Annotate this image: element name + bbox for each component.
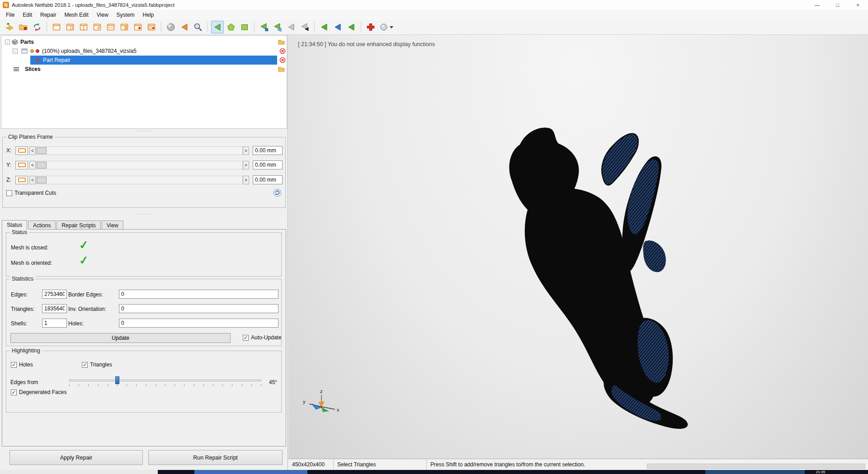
splitter-handle[interactable]: ········ bbox=[0, 212, 288, 218]
tree-row-slices[interactable]: Slices bbox=[1, 65, 287, 74]
menu-repair[interactable]: Repair bbox=[36, 10, 60, 19]
clip-plane-icon bbox=[18, 178, 26, 182]
close-button[interactable]: × bbox=[848, 0, 868, 10]
clip-x-step-left-button[interactable]: < bbox=[29, 146, 36, 155]
clip-y-slider[interactable] bbox=[36, 161, 243, 169]
run-repair-script-button[interactable]: Run Repair Script bbox=[148, 450, 283, 465]
tab-status[interactable]: Status bbox=[2, 220, 27, 230]
expand-selection-button[interactable] bbox=[318, 21, 330, 33]
workspace-5-button[interactable] bbox=[104, 21, 117, 33]
degenerated-faces-checkbox[interactable]: ✓ Degenerated Faces bbox=[11, 389, 66, 395]
clip-x-step-right-button[interactable]: > bbox=[243, 146, 249, 155]
update-button[interactable]: Update bbox=[10, 333, 231, 343]
holes-input[interactable] bbox=[119, 319, 278, 328]
open-project-button[interactable] bbox=[17, 21, 30, 33]
zoom-button[interactable] bbox=[192, 21, 204, 33]
status-group: Status Mesh is closed: ✓ Mesh is oriente… bbox=[6, 232, 282, 277]
menu-file[interactable]: File bbox=[2, 10, 19, 19]
workspace-8-button[interactable] bbox=[145, 21, 158, 33]
viewport-canvas[interactable]: [ 21:34:50 ] You do not use enhanced dis… bbox=[288, 35, 868, 459]
triangles-input[interactable] bbox=[42, 304, 67, 313]
reset-clip-button[interactable] bbox=[273, 188, 282, 197]
border-edges-input[interactable] bbox=[119, 290, 278, 299]
select-surface-button[interactable] bbox=[271, 21, 284, 33]
shells-input[interactable] bbox=[42, 319, 67, 328]
auto-update-checkbox[interactable]: ✓ Auto-Update bbox=[243, 334, 281, 341]
slider-thumb[interactable] bbox=[115, 376, 119, 384]
clip-z-plane-button[interactable] bbox=[15, 176, 28, 184]
clip-x-plane-button[interactable] bbox=[15, 146, 28, 155]
clip-x-slider[interactable] bbox=[36, 146, 243, 155]
viewport-3d[interactable]: [ 21:34:50 ] You do not use enhanced dis… bbox=[288, 35, 868, 470]
tree-row-part-repair[interactable]: Part Repair ✓ bbox=[1, 56, 287, 65]
repair-spark-icon bbox=[35, 57, 40, 63]
clip-y-plane-button[interactable] bbox=[15, 161, 28, 169]
select-rectangle-button[interactable] bbox=[238, 21, 251, 33]
workspace-1-button[interactable] bbox=[50, 21, 63, 33]
horizontal-scrollbar[interactable] bbox=[647, 464, 865, 469]
workspace-2-button[interactable] bbox=[64, 21, 76, 33]
maximize-button[interactable]: □ bbox=[827, 0, 848, 10]
holes-checkbox[interactable]: ✓ Holes bbox=[11, 361, 33, 368]
clip-z-value-input[interactable] bbox=[253, 175, 283, 184]
default-mode-button[interactable] bbox=[178, 21, 191, 33]
edges-angle-slider[interactable] bbox=[69, 376, 261, 386]
select-add-button[interactable] bbox=[258, 21, 270, 33]
folder-icon[interactable] bbox=[278, 39, 285, 45]
workspace-4-button[interactable] bbox=[91, 21, 104, 33]
checkbox-check-icon: ✓ bbox=[12, 362, 16, 367]
clip-z-step-left-button[interactable]: < bbox=[29, 176, 36, 184]
taskbar-tray-segment[interactable] bbox=[705, 470, 805, 474]
remove-part-icon[interactable] bbox=[279, 48, 286, 54]
clip-x-slider-thumb[interactable] bbox=[37, 147, 47, 154]
slider-track bbox=[69, 380, 261, 381]
clip-y-step-right-button[interactable]: > bbox=[243, 161, 249, 169]
tab-view[interactable]: View bbox=[102, 221, 123, 230]
menu-view[interactable]: View bbox=[93, 10, 113, 19]
windows-taskbar[interactable]: 21:35 bbox=[0, 470, 868, 474]
clip-planes-group: Clip Planes Frame X: < > Y: < > Z: < bbox=[2, 137, 286, 208]
folder-icon[interactable] bbox=[278, 66, 285, 72]
expander-icon[interactable]: - bbox=[13, 49, 18, 54]
select-triangles-button[interactable] bbox=[211, 21, 224, 33]
clip-x-value-input[interactable] bbox=[253, 146, 283, 155]
shrink-selection-button[interactable] bbox=[345, 21, 358, 33]
remove-repair-icon[interactable] bbox=[279, 57, 286, 63]
taskbar-app-segment[interactable] bbox=[194, 470, 307, 474]
workspace-3-button[interactable] bbox=[77, 21, 90, 33]
menu-system[interactable]: System bbox=[113, 10, 139, 19]
expander-icon[interactable]: - bbox=[5, 40, 10, 45]
repair-part-button[interactable] bbox=[364, 21, 377, 33]
clip-y-value-input[interactable] bbox=[253, 160, 283, 169]
inv-orientation-input[interactable] bbox=[119, 304, 278, 313]
triangles-checkbox[interactable]: ✓ Triangles bbox=[82, 361, 112, 368]
menu-mesh-edit[interactable]: Mesh Edit bbox=[60, 10, 92, 19]
deselect-button[interactable] bbox=[285, 21, 297, 33]
model-vizsla-mesh[interactable] bbox=[506, 127, 692, 429]
refresh-parts-button[interactable] bbox=[31, 21, 43, 33]
clip-y-slider-thumb[interactable] bbox=[37, 162, 47, 169]
minimize-button[interactable]: — bbox=[807, 0, 827, 10]
tab-repair-scripts[interactable]: Repair Scripts bbox=[57, 221, 100, 230]
tree-row-part[interactable]: - (100%) uploads_files_3487824_vizsla5 bbox=[1, 47, 287, 56]
display-mode-dropdown[interactable] bbox=[378, 21, 396, 33]
workspace-6-button[interactable] bbox=[118, 21, 131, 33]
clip-z-slider-thumb[interactable] bbox=[37, 177, 47, 183]
clip-y-step-left-button[interactable]: < bbox=[29, 161, 36, 169]
select-polygon-button[interactable] bbox=[225, 21, 237, 33]
clip-z-step-right-button[interactable]: > bbox=[243, 176, 249, 184]
tree-row-parts[interactable]: - Parts bbox=[1, 38, 287, 47]
edges-input[interactable] bbox=[42, 290, 67, 299]
tab-actions[interactable]: Actions bbox=[28, 221, 56, 230]
apply-repair-button[interactable]: Apply Repair bbox=[9, 450, 143, 465]
sphere-view-button[interactable] bbox=[165, 21, 177, 33]
add-part-button[interactable] bbox=[4, 21, 16, 33]
select-connected-button[interactable] bbox=[331, 21, 344, 33]
transparent-cuts-checkbox[interactable]: Transparent Cuts bbox=[6, 190, 56, 196]
menu-edit[interactable]: Edit bbox=[19, 10, 36, 19]
toolbar-separator bbox=[208, 22, 208, 33]
menu-help[interactable]: Help bbox=[139, 10, 158, 19]
clip-z-slider[interactable] bbox=[36, 176, 243, 184]
workspace-7-button[interactable] bbox=[132, 21, 144, 33]
invert-selection-button[interactable] bbox=[298, 21, 311, 33]
